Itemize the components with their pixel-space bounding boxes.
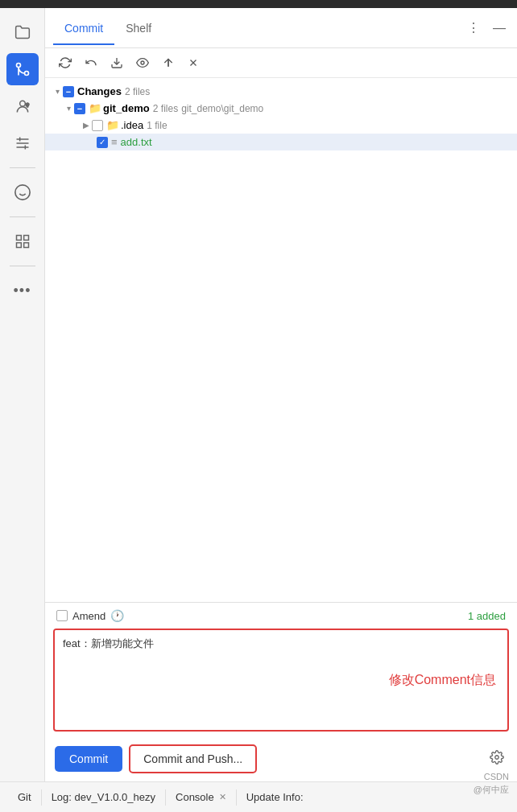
add-txt-lines-icon: ≡ [111, 136, 118, 148]
more-options-button[interactable]: ⋮ [464, 17, 483, 39]
status-tab-update[interactable]: Update Info: [237, 782, 313, 812]
refresh-button[interactable] [55, 53, 76, 72]
sidebar-item-folder[interactable] [6, 16, 39, 48]
tree-item-git-demo[interactable]: ▾ − 📁 git_demo 2 files git_demo\git_demo [45, 100, 517, 117]
status-tab-console[interactable]: Console ✕ [166, 782, 236, 812]
close-button[interactable] [184, 54, 203, 72]
console-close-icon[interactable]: ✕ [219, 792, 226, 802]
svg-rect-13 [23, 236, 28, 241]
svg-rect-14 [16, 243, 21, 248]
right-panel: Commit Shelf ⋮ — [45, 8, 517, 781]
sidebar-item-cat[interactable] [6, 176, 39, 208]
toolbar [45, 48, 517, 78]
bottom-area: Amend 🕐 1 added feat：新增功能文件 修改Comment信息 … [45, 602, 517, 781]
sidebar-item-branches[interactable] [6, 127, 39, 159]
sidebar-divider-2 [10, 216, 35, 217]
status-tab-log[interactable]: Log: dev_V1.0.0_hezy [42, 782, 165, 812]
commit-push-button[interactable]: Commit and Push... [129, 744, 257, 773]
amend-checkbox[interactable] [56, 610, 68, 621]
changes-chevron-icon: ▾ [52, 87, 63, 96]
clock-icon[interactable]: 🕐 [110, 609, 124, 622]
git-demo-git-minus-icon: − [74, 103, 85, 114]
title-bar [0, 0, 517, 8]
sidebar-item-more[interactable]: ••• [6, 274, 39, 307]
tree-item-add-txt[interactable]: ▶ ✓ ≡ add.txt [45, 134, 517, 150]
svg-text:?: ? [26, 102, 29, 108]
amend-left: Amend 🕐 [56, 609, 124, 622]
svg-rect-15 [23, 243, 28, 248]
status-tab-git[interactable]: Git [8, 782, 41, 812]
commit-button[interactable]: Commit [55, 746, 122, 772]
commit-message-input[interactable]: feat：新增功能文件 [55, 630, 507, 727]
amend-row: Amend 🕐 1 added [45, 603, 517, 629]
sidebar-item-git[interactable] [6, 53, 39, 85]
add-txt-checkbox[interactable]: ✓ [97, 137, 108, 148]
file-tree: ▾ − Changes 2 files ▾ − 📁 git_demo 2 fil… [45, 78, 517, 602]
svg-point-0 [24, 72, 28, 76]
sidebar-item-apps[interactable] [6, 225, 39, 258]
main-area: ? [0, 8, 517, 781]
sort-button[interactable] [158, 53, 179, 72]
svg-point-22 [495, 755, 499, 759]
tab-shelf[interactable]: Shelf [114, 12, 163, 44]
tree-item-changes[interactable]: ▾ − Changes 2 files [45, 83, 517, 100]
undo-button[interactable] [81, 53, 101, 72]
git-demo-chevron-icon: ▾ [63, 104, 74, 113]
tree-item-idea[interactable]: ▶ 📁 .idea 1 file [45, 117, 517, 134]
eye-button[interactable] [132, 53, 153, 72]
app-container: ? [0, 0, 517, 812]
sidebar-divider-1 [10, 167, 35, 168]
sidebar-item-users[interactable]: ? [6, 90, 39, 122]
minimize-button[interactable]: — [490, 18, 509, 39]
settings-gear-button[interactable] [486, 747, 507, 772]
changes-git-minus-icon: − [63, 86, 74, 97]
commit-message-container: feat：新增功能文件 修改Comment信息 [53, 629, 509, 732]
watermark: CSDN @何中应 [474, 771, 509, 796]
svg-point-1 [16, 64, 20, 68]
idea-checkbox[interactable] [92, 120, 103, 131]
sidebar-divider-3 [10, 266, 35, 266]
idea-chevron-icon: ▶ [81, 121, 92, 130]
tab-bar: Commit Shelf ⋮ — [45, 8, 517, 48]
svg-point-2 [19, 101, 25, 106]
svg-rect-12 [16, 236, 21, 241]
download-button[interactable] [106, 53, 127, 72]
idea-folder-icon: 📁 [106, 119, 119, 131]
more-dots-icon: ••• [14, 282, 31, 299]
sidebar: ? [0, 8, 45, 781]
status-bar: Git Log: dev_V1.0.0_hezy Console ✕ Updat… [0, 781, 517, 812]
svg-point-17 [141, 61, 144, 64]
folder-file-icon: 📁 [89, 102, 101, 114]
tab-commit[interactable]: Commit [53, 12, 114, 44]
tab-actions: ⋮ — [464, 17, 509, 39]
commit-buttons: Commit Commit and Push... [45, 738, 517, 781]
